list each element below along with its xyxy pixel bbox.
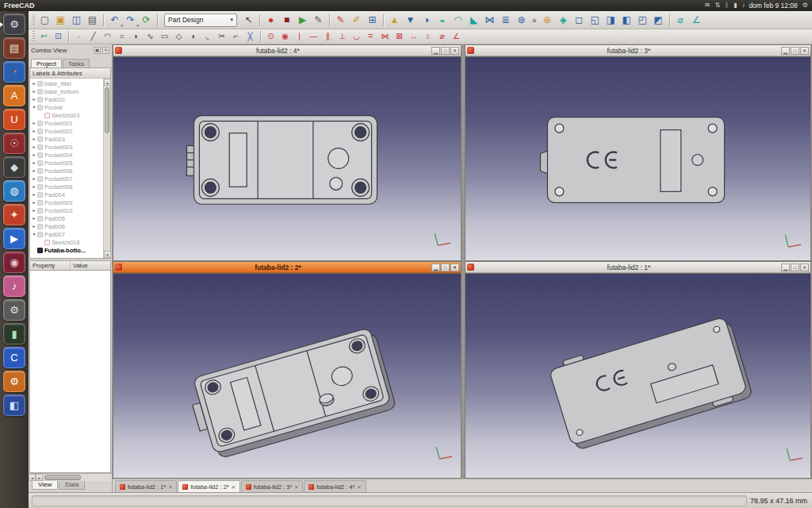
- minimize-window-icon[interactable]: ▁: [431, 47, 440, 55]
- close-tab-icon[interactable]: ✕: [168, 484, 172, 490]
- edit-sketch-icon[interactable]: ✐: [349, 13, 364, 27]
- expand-arrow-icon[interactable]: ▸: [31, 192, 37, 197]
- constraint-symmetric-icon[interactable]: ⋈: [378, 31, 392, 43]
- viewport-3d[interactable]: [465, 273, 810, 478]
- mirrored-icon[interactable]: ⋈: [482, 13, 497, 27]
- tree-scrollbar[interactable]: ▴ ▾: [103, 79, 110, 258]
- constraint-point-on-object-icon[interactable]: ◉: [278, 31, 292, 43]
- tab-project[interactable]: Project: [31, 59, 62, 67]
- constraint-distance-x-icon[interactable]: ↔: [407, 31, 420, 43]
- constraint-vertical-icon[interactable]: ∣: [293, 31, 306, 43]
- expand-arrow-icon[interactable]: ▸: [31, 184, 37, 189]
- toolbar-overflow-chevron[interactable]: »: [530, 16, 539, 25]
- constraint-perpendicular-icon[interactable]: ⊥: [335, 31, 349, 43]
- workbench-selector[interactable]: Part Design▾: [164, 13, 237, 27]
- tree-item[interactable]: ▸Pocket008: [30, 183, 103, 190]
- trim-icon[interactable]: ✂: [215, 31, 228, 43]
- launcher-system-settings[interactable]: ⚙: [3, 371, 25, 392]
- close-window-icon[interactable]: ✕: [450, 264, 459, 271]
- pad-icon[interactable]: ▲: [387, 13, 402, 27]
- expand-arrow-icon[interactable]: ▸: [31, 152, 37, 157]
- expand-arrow-icon[interactable]: ▸: [31, 121, 37, 125]
- tree-item[interactable]: ▸Pocket005: [30, 159, 103, 167]
- expand-arrow-icon[interactable]: ▸: [31, 81, 37, 86]
- launcher-app-blue-disc[interactable]: ◍: [3, 180, 25, 202]
- scrollbar-thumb[interactable]: [105, 87, 109, 133]
- window-titlebar[interactable]: futaba-lid2 : 2* ▁ □ ✕: [113, 262, 461, 273]
- tree-item[interactable]: ▸base_bottom: [30, 87, 103, 95]
- macro-edit-icon[interactable]: ✎: [311, 13, 326, 27]
- tree-item[interactable]: ▸base_fillet: [30, 79, 103, 87]
- undo-icon[interactable]: ↶▾: [107, 13, 122, 27]
- polyline-icon[interactable]: ∿: [144, 31, 157, 43]
- constraint-distance-y-icon[interactable]: ↕: [421, 31, 435, 43]
- launcher-workspace-cube[interactable]: ◧: [3, 394, 25, 416]
- right-view-icon[interactable]: ◨: [603, 13, 619, 27]
- expand-arrow-icon[interactable]: ▸: [31, 200, 37, 205]
- constraint-horizontal-icon[interactable]: ―: [307, 31, 320, 43]
- bottom-view-icon[interactable]: ◰: [635, 13, 650, 27]
- tab-view[interactable]: View: [32, 481, 58, 490]
- launcher-ubuntu-one[interactable]: U: [3, 109, 25, 130]
- macro-execute-icon[interactable]: ▶: [295, 13, 310, 27]
- measure-distance-icon[interactable]: ⌀: [673, 13, 688, 27]
- front-view-icon[interactable]: ◻: [572, 13, 587, 27]
- maximize-window-icon[interactable]: □: [791, 47, 799, 55]
- leave-sketch-icon[interactable]: ↩: [37, 31, 51, 43]
- window-titlebar[interactable]: futaba-lid2 : 3* ▁ □ ✕: [465, 45, 810, 56]
- sync-indicator-icon[interactable]: ⇅: [714, 0, 720, 11]
- groove-icon[interactable]: ◒: [435, 13, 450, 27]
- tree-item[interactable]: ▸Pad003: [30, 135, 103, 143]
- tree-item[interactable]: ▸Pocket004: [30, 151, 103, 159]
- horizontal-scrollbar[interactable]: ◂ ▸: [29, 473, 112, 481]
- scrollbar-track[interactable]: [104, 86, 110, 251]
- constraint-angle-icon[interactable]: ∠: [450, 31, 463, 43]
- tree-item[interactable]: ▸Pocket002: [30, 127, 103, 135]
- launcher-app-gear-gray[interactable]: ⚙: [3, 299, 25, 321]
- toolbar-drag-handle[interactable]: [33, 31, 35, 43]
- expand-arrow-icon[interactable]: ▸: [31, 97, 37, 102]
- clock[interactable]: dom feb 9 12:08: [749, 2, 797, 10]
- constraint-parallel-icon[interactable]: ∥: [321, 31, 335, 43]
- toolbar-drag-handle[interactable]: [33, 14, 35, 26]
- tree-item[interactable]: ▸Pad002: [30, 95, 103, 103]
- fillet-sketch-icon[interactable]: ◟: [201, 31, 214, 43]
- tree-item[interactable]: Sketch018: [30, 238, 103, 246]
- close-tab-icon[interactable]: ✕: [294, 484, 298, 490]
- view-sketch-icon[interactable]: ⊡: [52, 31, 65, 43]
- maximize-window-icon[interactable]: □: [441, 264, 450, 271]
- maximize-window-icon[interactable]: □: [791, 264, 799, 271]
- tab-tasks[interactable]: Tasks: [63, 59, 90, 67]
- viewport-3d[interactable]: [113, 273, 461, 478]
- expand-arrow-icon[interactable]: ▸: [31, 176, 37, 181]
- document-tab[interactable]: futaba-lid2 : 1*✕: [115, 480, 177, 492]
- mdi-window[interactable]: futaba-lid2 : 3* ▁ □ ✕: [465, 44, 811, 261]
- constraint-equal-icon[interactable]: =: [364, 31, 377, 43]
- scroll-left-icon[interactable]: ◂: [29, 474, 36, 481]
- close-panel-icon[interactable]: ✕: [102, 47, 109, 54]
- volume-indicator-icon[interactable]: ♪: [741, 0, 745, 11]
- tree-item[interactable]: Futaba-botto...: [30, 246, 103, 254]
- tree-item[interactable]: ▸Pocket010: [30, 206, 103, 214]
- mdi-window[interactable]: futaba-lid2 : 2* ▁ □ ✕: [113, 261, 462, 479]
- arc-icon[interactable]: ◠: [101, 31, 114, 43]
- minimize-window-icon[interactable]: ▁: [431, 264, 440, 271]
- mdi-window[interactable]: futaba-lid2 : 1* ▁ □ ✕: [465, 261, 811, 479]
- measure-angle-icon[interactable]: ∠: [689, 13, 704, 27]
- tree-item[interactable]: ▾Pocket: [30, 103, 103, 111]
- expand-arrow-icon[interactable]: ▸: [31, 137, 37, 141]
- line-icon[interactable]: ╱: [86, 31, 100, 43]
- launcher-chromium[interactable]: C: [3, 347, 25, 368]
- circle-icon[interactable]: ○: [115, 31, 128, 43]
- scroll-up-icon[interactable]: ▴: [104, 79, 111, 86]
- tree-item[interactable]: ▸Pad004: [30, 190, 103, 198]
- window-titlebar[interactable]: futaba-lid2 : 1* ▁ □ ✕: [465, 262, 810, 273]
- refresh-icon[interactable]: ⟳: [139, 13, 154, 27]
- constraint-tangent-icon[interactable]: ◡: [350, 31, 363, 43]
- tab-data[interactable]: Data: [59, 481, 85, 490]
- session-menu-icon[interactable]: ⚙: [802, 0, 808, 11]
- fillet-icon[interactable]: ◠: [450, 13, 465, 27]
- axonometric-view-icon[interactable]: ◈: [556, 13, 571, 27]
- new-document-icon[interactable]: ▢: [37, 13, 52, 27]
- save-document-icon[interactable]: ◫: [69, 13, 84, 27]
